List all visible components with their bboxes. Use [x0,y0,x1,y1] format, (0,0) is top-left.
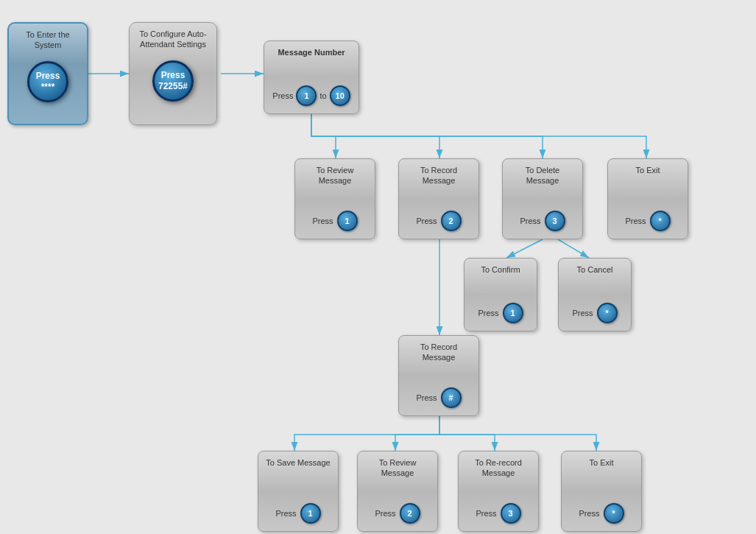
exit2-button[interactable]: * [604,503,624,524]
configure-label: To Configure Auto-Attendant Settings [137,29,209,50]
review-press-row: Press 1 [312,211,357,231]
review2-label: To Review Message [365,457,430,479]
confirm-button[interactable]: 1 [503,303,523,323]
exit1-node: To Exit Press * [607,158,688,239]
enter-system-label: To Enter the System [16,29,80,51]
exit2-press: Press [579,509,599,518]
cancel-press-row: Press * [572,303,617,323]
exit1-button[interactable]: * [650,211,671,231]
exit2-press-row: Press * [579,503,623,524]
enter-system-value: **** [41,82,55,92]
configure-press: Press [161,70,186,80]
delete-node: To Delete Message Press 3 [502,158,583,239]
message-number-from: 1 [296,85,317,106]
cancel-button[interactable]: * [597,303,618,323]
record-label: To Record Message [406,165,471,186]
record2-node: To Record Message Press # [398,335,479,416]
message-number-to: to [319,91,326,100]
review-press: Press [312,217,333,225]
cancel-node: To Cancel Press * [558,258,632,331]
review-node: To Review Message Press 1 [294,158,375,239]
exit1-press-row: Press * [625,211,670,231]
review2-node: To Review Message Press 2 [357,451,438,532]
configure-button[interactable]: Press 72255# [152,60,194,102]
review2-button[interactable]: 2 [400,503,420,524]
cancel-press: Press [572,309,593,317]
delete-press: Press [520,217,540,225]
svg-line-4 [558,239,589,258]
enter-system-node: To Enter the System Press **** [7,22,88,125]
rerecord-button[interactable]: 3 [501,503,521,524]
record2-button[interactable]: # [441,387,462,408]
delete-label: To Delete Message [510,165,575,186]
review2-press-row: Press 2 [375,503,420,524]
confirm-node: To Confirm Press 1 [464,258,537,331]
enter-system-button[interactable]: Press **** [27,61,68,102]
record-press: Press [416,217,437,225]
review-label: To Review Message [303,165,367,186]
record-button[interactable]: 2 [441,211,462,231]
message-number-to-btn: 10 [330,85,350,106]
rerecord-press-row: Press 3 [476,503,520,524]
save-node: To Save Message Press 1 [258,451,339,532]
message-number-press: Press [272,91,293,100]
confirm-press: Press [478,309,498,317]
confirm-label: To Confirm [481,264,520,275]
configure-node: To Configure Auto-Attendant Settings Pre… [129,22,217,125]
save-press: Press [275,509,296,518]
exit1-label: To Exit [635,165,660,175]
configure-value: 72255# [158,81,188,91]
save-press-row: Press 1 [275,503,320,524]
record-node: To Record Message Press 2 [398,158,479,239]
record2-press-row: Press # [416,387,461,408]
confirm-press-row: Press 1 [478,303,523,323]
delete-press-row: Press 3 [520,211,565,231]
delete-button[interactable]: 3 [545,211,565,231]
exit2-label: To Exit [589,457,613,468]
rerecord-press: Press [476,509,496,518]
message-number-range: Press 1 to 10 [272,85,350,106]
save-button[interactable]: 1 [300,503,321,524]
record2-press: Press [416,393,437,402]
save-label: To Save Message [266,457,330,468]
cancel-label: To Cancel [577,264,613,275]
record-press-row: Press 2 [416,211,461,231]
record2-label: To Record Message [406,342,471,363]
message-number-node: Message Number Press 1 to 10 [264,41,359,114]
diagram: To Enter the System Press **** To Config… [0,0,756,534]
rerecord-label: To Re-record Message [466,457,531,479]
exit2-node: To Exit Press * [561,451,642,532]
exit1-press: Press [625,217,646,225]
rerecord-node: To Re-record Message Press 3 [458,451,539,532]
review2-press: Press [375,509,395,518]
review-button[interactable]: 1 [337,211,358,231]
message-number-label: Message Number [278,47,345,57]
svg-line-3 [506,239,543,258]
enter-system-press: Press [36,71,60,81]
